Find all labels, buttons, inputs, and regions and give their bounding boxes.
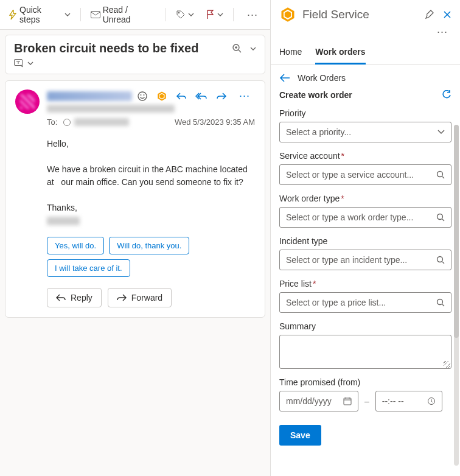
chevron-down-icon	[437, 130, 445, 135]
email-subject: Broken circuit needs to be fixed	[14, 41, 198, 55]
panel-title: Field Service	[302, 8, 369, 21]
suggested-replies: Yes, will do. Will do, thank you. I will…	[47, 237, 255, 277]
field-service-hex-icon[interactable]	[156, 91, 167, 102]
ellipsis-icon: ···	[243, 9, 262, 21]
categorize-button[interactable]	[171, 7, 199, 22]
incident-type-placeholder: Select or type an incident type...	[286, 255, 407, 265]
time-placeholder: --:-- --	[382, 396, 404, 406]
time-separator: –	[364, 396, 369, 406]
save-button[interactable]: Save	[279, 425, 321, 446]
reply-all-icon[interactable]	[195, 92, 207, 100]
svg-point-15	[437, 257, 443, 262]
envelope-icon	[91, 11, 100, 18]
svg-point-5	[141, 94, 142, 96]
read-unread-button[interactable]: Read / Unread	[86, 2, 161, 27]
tab-work-orders[interactable]: Work orders	[315, 47, 365, 65]
time-promised-date[interactable]: mm/dd/yyyy	[279, 391, 358, 411]
lightning-icon	[9, 10, 17, 19]
incident-type-label: Incident type	[279, 236, 451, 246]
chevron-down-icon	[217, 13, 223, 16]
priority-select[interactable]: Select a priority...	[279, 122, 451, 142]
time-promised-label: Time promised (from)	[279, 377, 451, 387]
close-icon[interactable]	[443, 10, 451, 19]
signature-name	[47, 217, 80, 225]
service-account-label: Service account*	[279, 151, 451, 161]
read-unread-label: Read / Unread	[103, 5, 156, 24]
toolbar-separator	[80, 8, 81, 21]
work-order-type-label: Work order type*	[279, 194, 451, 203]
svg-point-13	[437, 172, 443, 177]
service-account-lookup[interactable]: Select or type a service account...	[279, 164, 451, 185]
search-icon	[436, 298, 445, 307]
reply-icon[interactable]	[176, 92, 187, 100]
to-label: To:	[47, 117, 57, 127]
email-card: ··· To: Wed 5/3/2023 9:35 AM Hello, We h…	[5, 80, 265, 318]
summary-label: Summary	[279, 321, 451, 331]
sender-email	[47, 105, 175, 113]
summary-textarea[interactable]	[279, 335, 451, 369]
priority-placeholder: Select a priority...	[286, 127, 351, 137]
suggested-reply-2[interactable]: Will do, thank you.	[109, 237, 189, 254]
field-service-panel: Field Service ··· Home Work orders Work …	[271, 0, 460, 476]
smiley-icon[interactable]	[137, 91, 148, 102]
scrollbar-thumb[interactable]	[454, 125, 459, 338]
email-body: Hello, We have a broken circuit in the A…	[47, 138, 255, 227]
price-list-label: Price list*	[279, 279, 451, 289]
date-placeholder: mm/dd/yyyy	[286, 396, 332, 406]
back-arrow-icon[interactable]	[279, 74, 290, 82]
tag-icon	[176, 10, 186, 19]
work-order-type-lookup[interactable]: Select or type a work order type...	[279, 207, 451, 228]
svg-point-4	[138, 92, 147, 100]
suggested-reply-3[interactable]: I will take care of it.	[47, 259, 130, 277]
svg-point-14	[437, 214, 443, 220]
reply-button[interactable]: Reply	[47, 288, 102, 307]
tab-home[interactable]: Home	[279, 47, 302, 64]
refresh-icon[interactable]	[442, 90, 451, 100]
chevron-down-icon[interactable]	[250, 47, 256, 51]
more-actions-button[interactable]: ···	[239, 6, 267, 24]
quick-steps-button[interactable]: Quick steps	[4, 2, 75, 27]
forward-button[interactable]: Forward	[108, 288, 172, 307]
reply-label: Reply	[71, 293, 92, 303]
price-list-lookup[interactable]: Select or type a price list...	[279, 292, 451, 313]
incident-type-lookup[interactable]: Select or type an incident type...	[279, 250, 451, 270]
email-timestamp: Wed 5/3/2023 9:35 AM	[175, 117, 255, 127]
pin-icon[interactable]	[425, 10, 434, 19]
price-list-placeholder: Select or type a price list...	[286, 298, 386, 307]
form-title: Create work order	[279, 90, 352, 100]
subject-bar: Broken circuit needs to be fixed	[5, 35, 265, 74]
panel-tabs: Home Work orders	[271, 38, 460, 65]
svg-point-16	[437, 299, 443, 305]
translate-icon[interactable]	[14, 59, 25, 68]
ellipsis-icon[interactable]: ···	[235, 89, 254, 102]
svg-rect-17	[344, 398, 351, 405]
breadcrumb: Work Orders	[298, 73, 346, 83]
sender-name	[47, 91, 132, 101]
work-order-type-placeholder: Select or type a work order type...	[286, 212, 413, 222]
svg-point-1	[178, 12, 179, 13]
chevron-down-icon	[64, 13, 71, 16]
chevron-down-icon[interactable]	[27, 61, 33, 65]
forward-label: Forward	[131, 293, 162, 303]
recipient-name	[74, 118, 129, 126]
chevron-down-icon	[188, 13, 194, 16]
toolbar-separator	[166, 8, 166, 21]
flag-icon	[206, 10, 215, 19]
flag-button[interactable]	[201, 7, 228, 22]
search-icon	[436, 170, 445, 179]
forward-icon[interactable]	[216, 92, 227, 100]
presence-icon	[63, 119, 71, 126]
suggested-reply-1[interactable]: Yes, will do.	[47, 237, 104, 254]
clock-icon	[427, 397, 436, 405]
work-order-form: Work Orders Create work order Priority S…	[271, 65, 460, 476]
calendar-icon	[343, 397, 352, 405]
message-toolbar: Quick steps Read / Unread	[0, 0, 270, 30]
panel-more-icon[interactable]: ···	[433, 26, 451, 38]
svg-rect-0	[91, 12, 100, 18]
time-promised-time[interactable]: --:-- --	[375, 391, 442, 411]
zoom-icon[interactable]	[232, 43, 243, 54]
email-reading-pane: Quick steps Read / Unread	[0, 0, 271, 476]
quick-steps-label: Quick steps	[19, 5, 62, 24]
svg-point-6	[144, 94, 145, 96]
field-service-logo-icon	[279, 6, 296, 23]
